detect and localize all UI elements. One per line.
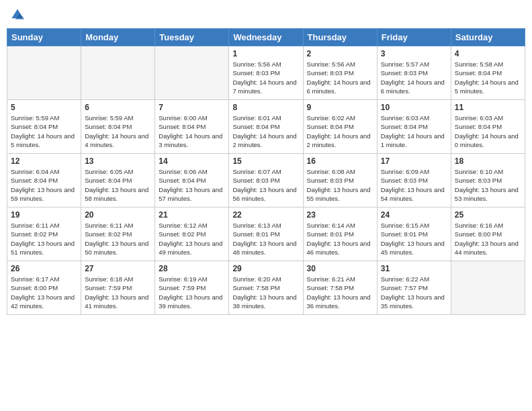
calendar-cell: 27Sunrise: 6:18 AMSunset: 7:59 PMDayligh…: [81, 261, 155, 315]
day-info: Sunrise: 5:56 AMSunset: 8:03 PMDaylight:…: [232, 60, 299, 95]
day-info: Sunrise: 6:15 AMSunset: 8:01 PMDaylight:…: [381, 221, 447, 257]
day-number: 27: [85, 264, 151, 273]
day-number: 23: [307, 210, 373, 220]
calendar-cell: 8Sunrise: 6:01 AMSunset: 8:04 PMDaylight…: [229, 100, 303, 154]
calendar-cell: 14Sunrise: 6:06 AMSunset: 8:04 PMDayligh…: [155, 154, 229, 208]
calendar-cell: 5Sunrise: 5:59 AMSunset: 8:04 PMDaylight…: [7, 100, 81, 154]
day-info: Sunrise: 6:03 AMSunset: 8:04 PMDaylight:…: [455, 113, 521, 149]
calendar-cell: [451, 261, 525, 315]
calendar-cell: 18Sunrise: 6:10 AMSunset: 8:03 PMDayligh…: [451, 154, 525, 208]
day-info: Sunrise: 6:02 AMSunset: 8:04 PMDaylight:…: [307, 113, 373, 149]
calendar-cell: [155, 46, 229, 100]
day-info: Sunrise: 5:59 AMSunset: 8:04 PMDaylight:…: [85, 113, 151, 149]
day-number: 9: [307, 103, 373, 112]
day-number: 7: [159, 103, 225, 112]
weekday-header: Sunday: [7, 29, 81, 46]
calendar-cell: 19Sunrise: 6:11 AMSunset: 8:02 PMDayligh…: [7, 208, 81, 261]
day-info: Sunrise: 6:10 AMSunset: 8:03 PMDaylight:…: [455, 167, 521, 203]
calendar-cell: 23Sunrise: 6:14 AMSunset: 8:01 PMDayligh…: [303, 208, 377, 261]
day-number: 20: [85, 210, 151, 220]
day-info: Sunrise: 6:11 AMSunset: 8:02 PMDaylight:…: [85, 221, 151, 257]
calendar-cell: 21Sunrise: 6:12 AMSunset: 8:02 PMDayligh…: [155, 208, 229, 261]
calendar-week-row: 1Sunrise: 5:56 AMSunset: 8:03 PMDaylight…: [7, 46, 525, 100]
calendar-cell: 10Sunrise: 6:03 AMSunset: 8:04 PMDayligh…: [377, 100, 451, 154]
calendar-cell: 20Sunrise: 6:11 AMSunset: 8:02 PMDayligh…: [81, 208, 155, 261]
day-info: Sunrise: 6:06 AMSunset: 8:04 PMDaylight:…: [159, 167, 225, 203]
day-number: 16: [307, 156, 373, 166]
day-info: Sunrise: 6:03 AMSunset: 8:04 PMDaylight:…: [381, 113, 447, 149]
day-number: 1: [232, 49, 299, 58]
calendar-cell: 31Sunrise: 6:22 AMSunset: 7:57 PMDayligh…: [377, 261, 451, 315]
calendar-cell: 9Sunrise: 6:02 AMSunset: 8:04 PMDaylight…: [303, 100, 377, 154]
page-header: [7, 7, 525, 23]
day-number: 25: [455, 210, 521, 220]
calendar-header-row: SundayMondayTuesdayWednesdayThursdayFrid…: [7, 29, 525, 46]
day-number: 18: [455, 156, 521, 166]
day-info: Sunrise: 6:22 AMSunset: 7:57 PMDaylight:…: [381, 275, 447, 310]
calendar-week-row: 5Sunrise: 5:59 AMSunset: 8:04 PMDaylight…: [7, 100, 525, 154]
weekday-header: Friday: [377, 29, 451, 46]
day-number: 24: [381, 210, 447, 220]
day-info: Sunrise: 6:01 AMSunset: 8:04 PMDaylight:…: [232, 113, 299, 149]
day-number: 15: [232, 156, 299, 166]
weekday-header: Wednesday: [229, 29, 303, 46]
day-number: 8: [232, 103, 299, 112]
day-info: Sunrise: 6:13 AMSunset: 8:01 PMDaylight:…: [232, 221, 299, 257]
day-number: 26: [11, 264, 77, 273]
day-number: 30: [307, 264, 373, 273]
day-info: Sunrise: 6:16 AMSunset: 8:00 PMDaylight:…: [455, 221, 521, 257]
logo-icon: [9, 7, 26, 23]
calendar-cell: [81, 46, 155, 100]
day-number: 19: [11, 210, 77, 220]
day-number: 11: [455, 103, 521, 112]
day-number: 21: [159, 210, 225, 220]
day-info: Sunrise: 5:56 AMSunset: 8:03 PMDaylight:…: [307, 60, 373, 95]
calendar-cell: 13Sunrise: 6:05 AMSunset: 8:04 PMDayligh…: [81, 154, 155, 208]
calendar-cell: 11Sunrise: 6:03 AMSunset: 8:04 PMDayligh…: [451, 100, 525, 154]
day-number: 17: [381, 156, 447, 166]
day-number: 6: [85, 103, 151, 112]
day-info: Sunrise: 6:11 AMSunset: 8:02 PMDaylight:…: [11, 221, 77, 257]
calendar-cell: 28Sunrise: 6:19 AMSunset: 7:59 PMDayligh…: [155, 261, 229, 315]
day-info: Sunrise: 6:04 AMSunset: 8:04 PMDaylight:…: [11, 167, 77, 203]
calendar-cell: 6Sunrise: 5:59 AMSunset: 8:04 PMDaylight…: [81, 100, 155, 154]
calendar-cell: 29Sunrise: 6:20 AMSunset: 7:58 PMDayligh…: [229, 261, 303, 315]
calendar-cell: 7Sunrise: 6:00 AMSunset: 8:04 PMDaylight…: [155, 100, 229, 154]
calendar-table: SundayMondayTuesdayWednesdayThursdayFrid…: [7, 28, 525, 315]
day-number: 28: [159, 264, 225, 273]
calendar-cell: 4Sunrise: 5:58 AMSunset: 8:04 PMDaylight…: [451, 46, 525, 100]
calendar-week-row: 12Sunrise: 6:04 AMSunset: 8:04 PMDayligh…: [7, 154, 525, 208]
weekday-header: Monday: [81, 29, 155, 46]
day-number: 5: [11, 103, 77, 112]
day-info: Sunrise: 5:57 AMSunset: 8:03 PMDaylight:…: [381, 60, 447, 95]
day-number: 13: [85, 156, 151, 166]
day-number: 10: [381, 103, 447, 112]
day-info: Sunrise: 6:07 AMSunset: 8:03 PMDaylight:…: [232, 167, 299, 203]
day-info: Sunrise: 6:05 AMSunset: 8:04 PMDaylight:…: [85, 167, 151, 203]
calendar-cell: 1Sunrise: 5:56 AMSunset: 8:03 PMDaylight…: [229, 46, 303, 100]
day-info: Sunrise: 6:12 AMSunset: 8:02 PMDaylight:…: [159, 221, 225, 257]
calendar-cell: 17Sunrise: 6:09 AMSunset: 8:03 PMDayligh…: [377, 154, 451, 208]
day-info: Sunrise: 6:21 AMSunset: 7:58 PMDaylight:…: [307, 275, 373, 310]
day-info: Sunrise: 6:14 AMSunset: 8:01 PMDaylight:…: [307, 221, 373, 257]
calendar-week-row: 19Sunrise: 6:11 AMSunset: 8:02 PMDayligh…: [7, 208, 525, 261]
day-info: Sunrise: 6:17 AMSunset: 8:00 PMDaylight:…: [11, 275, 77, 310]
day-info: Sunrise: 6:18 AMSunset: 7:59 PMDaylight:…: [85, 275, 151, 310]
calendar-cell: 24Sunrise: 6:15 AMSunset: 8:01 PMDayligh…: [377, 208, 451, 261]
weekday-header: Thursday: [303, 29, 377, 46]
calendar-cell: 26Sunrise: 6:17 AMSunset: 8:00 PMDayligh…: [7, 261, 81, 315]
calendar-cell: [7, 46, 81, 100]
day-number: 3: [381, 49, 447, 58]
day-info: Sunrise: 5:59 AMSunset: 8:04 PMDaylight:…: [11, 113, 77, 149]
calendar-cell: 25Sunrise: 6:16 AMSunset: 8:00 PMDayligh…: [451, 208, 525, 261]
day-number: 14: [159, 156, 225, 166]
logo: [9, 7, 28, 23]
calendar-cell: 12Sunrise: 6:04 AMSunset: 8:04 PMDayligh…: [7, 154, 81, 208]
calendar-cell: 22Sunrise: 6:13 AMSunset: 8:01 PMDayligh…: [229, 208, 303, 261]
day-number: 29: [232, 264, 299, 273]
day-number: 4: [455, 49, 521, 58]
day-info: Sunrise: 6:00 AMSunset: 8:04 PMDaylight:…: [159, 113, 225, 149]
calendar-cell: 15Sunrise: 6:07 AMSunset: 8:03 PMDayligh…: [229, 154, 303, 208]
day-number: 2: [307, 49, 373, 58]
calendar-cell: 3Sunrise: 5:57 AMSunset: 8:03 PMDaylight…: [377, 46, 451, 100]
